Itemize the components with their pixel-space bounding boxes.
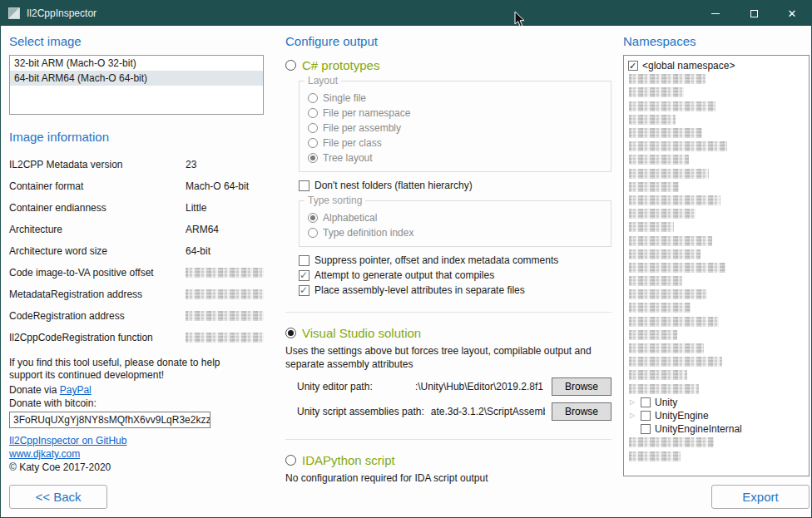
namespace-checkbox[interactable] — [628, 61, 638, 71]
minimize-button[interactable] — [696, 1, 735, 26]
expand-arrow-icon[interactable]: ▷ — [628, 398, 636, 406]
window-content: Select image 32-bit ARM (Mach-O 32-bit)6… — [1, 26, 811, 517]
radio-option[interactable]: Single file — [308, 91, 602, 105]
redacted-namespace — [629, 370, 687, 380]
radio-option[interactable]: Alphabetical — [308, 211, 602, 224]
layout-groupbox: Layout Single fileFile per namespaceFile… — [299, 81, 611, 172]
unity-editor-path-row: Unity editor path: :\Unity\Hub\Editor\20… — [297, 377, 611, 396]
checkbox-label: Place assembly-level attributes in separ… — [314, 284, 525, 296]
namespace-item[interactable] — [626, 126, 806, 140]
namespace-item[interactable]: ▷UnityEngine — [626, 409, 806, 422]
bitcoin-address-input[interactable]: 3FoRUqUXgYj8NY8sMQfhX6vv9LqR3e2kzz — [9, 412, 210, 428]
namespace-item[interactable] — [626, 368, 806, 382]
export-button[interactable]: Export — [711, 485, 810, 509]
namespace-item[interactable] — [626, 113, 806, 126]
namespace-item[interactable] — [626, 382, 806, 396]
checkbox-label: Attempt to generate output that compiles — [314, 269, 494, 281]
info-row: Code image-to-VA positive offset — [9, 262, 264, 284]
namespace-item[interactable] — [626, 449, 806, 462]
image-info-rows: IL2CPP Metadata version23Container forma… — [9, 154, 264, 348]
namespace-item[interactable] — [626, 436, 806, 449]
radio-label: Type definition index — [323, 227, 413, 239]
namespace-item[interactable]: ▷Unity — [626, 396, 806, 409]
redacted-namespace — [629, 317, 719, 327]
flatten-checkbox-row[interactable]: Don't nest folders (flatten hierarchy) — [299, 179, 611, 192]
namespace-item[interactable] — [626, 261, 806, 274]
image-list-item[interactable]: 32-bit ARM (Mach-O 32-bit) — [10, 56, 263, 71]
namespace-list[interactable]: <global namespace>▷Unity▷UnityEngineUnit… — [623, 55, 810, 476]
redacted-namespace — [629, 101, 715, 111]
csharp-prototypes-radio[interactable]: C# prototypes — [285, 58, 611, 72]
left-panel: Select image 32-bit ARM (Mach-O 32-bit)6… — [9, 32, 274, 509]
donate-message: If you find this tool useful, please don… — [9, 357, 252, 382]
redacted-namespace — [629, 384, 699, 394]
browse-script-button[interactable]: Browse — [552, 402, 611, 421]
close-icon: ✕ — [788, 8, 797, 19]
unity-script-path-row: Unity script assemblies path: ate.3d-3.1… — [297, 402, 611, 421]
close-button[interactable]: ✕ — [773, 1, 811, 26]
radio-label: File per namespace — [323, 107, 410, 119]
namespace-item[interactable] — [626, 220, 806, 234]
namespace-item[interactable] — [626, 100, 806, 113]
checkbox-option[interactable]: Attempt to generate output that compiles — [299, 269, 611, 282]
back-button[interactable]: << Back — [9, 485, 107, 509]
namespace-item[interactable] — [626, 72, 806, 86]
namespace-item[interactable]: <global namespace> — [626, 59, 806, 72]
namespace-item[interactable] — [626, 180, 806, 194]
namespace-item[interactable]: UnityEngineInternal — [626, 422, 806, 436]
visual-studio-radio[interactable]: Visual Studio solution — [285, 326, 611, 340]
radio-option[interactable]: Type definition index — [308, 226, 602, 239]
radio-option[interactable]: File per namespace — [308, 106, 602, 120]
namespace-item[interactable] — [626, 288, 806, 301]
copyright-text: © Katy Coe 2017-2020 — [9, 461, 264, 473]
namespace-item[interactable] — [626, 355, 806, 368]
radio-option[interactable]: File per class — [308, 136, 602, 150]
image-listbox[interactable]: 32-bit ARM (Mach-O 32-bit)64-bit ARM64 (… — [9, 55, 264, 115]
namespace-item[interactable] — [626, 86, 806, 99]
namespace-item[interactable] — [626, 207, 806, 220]
namespace-checkbox[interactable] — [641, 424, 651, 434]
browse-editor-button[interactable]: Browse — [552, 377, 611, 396]
redacted-namespace — [629, 74, 706, 84]
namespace-item[interactable] — [626, 153, 806, 166]
redacted-namespace — [629, 303, 691, 313]
namespace-item[interactable] — [626, 234, 806, 247]
unity-editor-path-input[interactable]: :\Unity\Hub\Editor\2019.2.8f1 — [379, 381, 545, 392]
redacted-namespace — [629, 128, 702, 138]
namespace-checkbox[interactable] — [641, 397, 651, 407]
namespace-item[interactable] — [626, 167, 806, 180]
checkbox-option[interactable]: Place assembly-level attributes in separ… — [299, 284, 611, 297]
image-list-item[interactable]: 64-bit ARM64 (Mach-O 64-bit) — [10, 71, 263, 86]
namespace-item[interactable] — [626, 301, 806, 314]
redacted-value — [186, 333, 264, 343]
info-row: IL2CPP Metadata version23 — [9, 154, 264, 175]
namespace-item[interactable] — [626, 248, 806, 261]
info-value: ARM64 — [186, 224, 264, 235]
maximize-button[interactable] — [735, 1, 773, 26]
idapython-label: IDAPython script — [302, 453, 395, 467]
namespace-item[interactable] — [626, 194, 806, 207]
radio-option[interactable]: File per assembly — [308, 121, 602, 135]
website-link[interactable]: www.djkaty.com — [9, 448, 264, 460]
namespace-checkbox[interactable] — [641, 411, 651, 421]
type-sorting-groupbox: Type sorting AlphabeticalType definition… — [299, 200, 611, 247]
unity-script-path-input[interactable]: ate.3d-3.1.2\ScriptAssemblies — [431, 406, 545, 417]
checkbox-option[interactable]: Suppress pointer, offset and index metad… — [299, 254, 611, 267]
namespace-item[interactable] — [626, 328, 806, 342]
radio-icon — [308, 153, 318, 163]
idapython-radio[interactable]: IDAPython script — [285, 453, 611, 467]
namespace-item[interactable] — [626, 315, 806, 328]
radio-label: Tree layout — [323, 152, 373, 164]
radio-icon — [285, 455, 296, 466]
namespace-item[interactable] — [626, 274, 806, 288]
idapython-section: IDAPython script No configuration requir… — [285, 439, 611, 484]
namespace-item[interactable] — [626, 342, 806, 355]
radio-label: File per assembly — [323, 122, 401, 134]
redacted-value — [186, 311, 264, 321]
github-link[interactable]: Il2CppInspector on GitHub — [9, 435, 264, 446]
namespace-item[interactable] — [626, 140, 806, 153]
paypal-link[interactable]: PayPal — [60, 384, 92, 396]
titlebar[interactable]: Il2CppInspector ✕ — [1, 1, 811, 26]
expand-arrow-icon[interactable]: ▷ — [628, 412, 636, 419]
radio-option[interactable]: Tree layout — [308, 151, 602, 165]
